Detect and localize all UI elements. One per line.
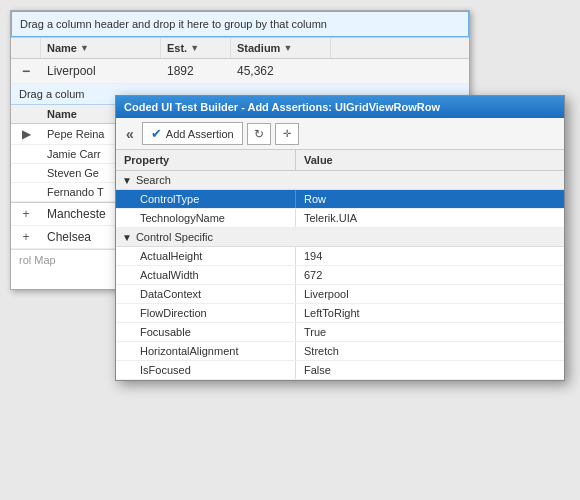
data-context-row[interactable]: DataContext Liverpool <box>116 285 564 304</box>
chelsea-name: Chelsea <box>41 226 97 248</box>
sub-row-toggle-2 <box>11 170 41 176</box>
control-type-name: ControlType <box>116 190 296 208</box>
add-assertion-button[interactable]: ✔ Add Assertion <box>142 122 243 145</box>
actual-width-row[interactable]: ActualWidth 672 <box>116 266 564 285</box>
data-context-name: DataContext <box>116 285 296 303</box>
focusable-value: True <box>296 323 334 341</box>
liverpool-toggle[interactable]: − <box>11 59 41 83</box>
sub-row-toggle-1 <box>11 151 41 157</box>
horizontal-alignment-value: Stretch <box>296 342 347 360</box>
est-col-header[interactable]: Est. ▼ <box>161 38 231 58</box>
chelsea-toggle[interactable]: + <box>11 230 41 244</box>
manchester-toggle[interactable]: + <box>11 207 41 221</box>
liverpool-stadium: 45,362 <box>231 60 331 82</box>
search-section-triangle: ▼ <box>122 175 132 186</box>
search-section-label: Search <box>136 174 171 186</box>
focusable-row[interactable]: Focusable True <box>116 323 564 342</box>
liverpool-est: 1892 <box>161 60 231 82</box>
focusable-name: Focusable <box>116 323 296 341</box>
technology-name-row[interactable]: TechnologyName Telerik.UIA <box>116 209 564 228</box>
liverpool-name: Liverpool <box>41 60 161 82</box>
is-focused-row[interactable]: IsFocused False <box>116 361 564 380</box>
actual-height-value: 194 <box>296 247 330 265</box>
popup-titlebar: Coded UI Test Builder - Add Assertions: … <box>116 96 564 118</box>
search-section-header[interactable]: ▼ Search <box>116 171 564 190</box>
flow-direction-value: LeftToRight <box>296 304 368 322</box>
move-button[interactable]: ✛ <box>275 123 299 145</box>
stadium-col-header[interactable]: Stadium ▼ <box>231 38 331 58</box>
grid-header: Name ▼ Est. ▼ Stadium ▼ <box>11 37 469 59</box>
popup-window: Coded UI Test Builder - Add Assertions: … <box>115 95 565 381</box>
control-type-value: Row <box>296 190 334 208</box>
is-focused-value: False <box>296 361 339 379</box>
manchester-name: Mancheste <box>41 203 112 225</box>
actual-height-row[interactable]: ActualHeight 194 <box>116 247 564 266</box>
expander-col-header <box>11 38 41 58</box>
prop-col-property-header: Property <box>116 150 296 170</box>
sub-expander-header <box>11 105 41 123</box>
technology-name-name: TechnologyName <box>116 209 296 227</box>
sub-row-name-3: Fernando T <box>41 183 110 201</box>
sub-row-name-1: Jamie Carr <box>41 145 107 163</box>
popup-title: Coded UI Test Builder - Add Assertions: … <box>124 101 440 113</box>
horizontal-alignment-name: HorizontalAlignment <box>116 342 296 360</box>
prop-col-value-header: Value <box>296 150 341 170</box>
drag-header: Drag a column header and drop it here to… <box>11 11 469 37</box>
sub-row-name-2: Steven Ge <box>41 164 105 182</box>
name-filter-icon[interactable]: ▼ <box>80 43 89 53</box>
stadium-filter-icon[interactable]: ▼ <box>283 43 292 53</box>
add-assertion-icon: ✔ <box>151 126 162 141</box>
move-icon: ✛ <box>283 128 291 139</box>
refresh-button[interactable]: ↻ <box>247 123 271 145</box>
name-col-header[interactable]: Name ▼ <box>41 38 161 58</box>
liverpool-row[interactable]: − Liverpool 1892 45,362 <box>11 59 469 84</box>
sub-row-toggle-3 <box>11 189 41 195</box>
sub-row-name-0: Pepe Reina <box>41 125 111 143</box>
control-specific-header[interactable]: ▼ Control Specific <box>116 228 564 247</box>
flow-direction-name: FlowDirection <box>116 304 296 322</box>
actual-width-value: 672 <box>296 266 330 284</box>
flow-direction-row[interactable]: FlowDirection LeftToRight <box>116 304 564 323</box>
actual-width-name: ActualWidth <box>116 266 296 284</box>
back-button[interactable]: « <box>122 124 138 144</box>
control-type-row[interactable]: ControlType Row <box>116 190 564 209</box>
horizontal-alignment-row[interactable]: HorizontalAlignment Stretch <box>116 342 564 361</box>
add-assertion-label: Add Assertion <box>166 128 234 140</box>
property-grid: Property Value ▼ Search ControlType Row … <box>116 150 564 380</box>
is-focused-name: IsFocused <box>116 361 296 379</box>
actual-height-name: ActualHeight <box>116 247 296 265</box>
refresh-icon: ↻ <box>254 127 264 141</box>
control-specific-label: Control Specific <box>136 231 213 243</box>
control-specific-triangle: ▼ <box>122 232 132 243</box>
technology-name-value: Telerik.UIA <box>296 209 365 227</box>
prop-grid-header: Property Value <box>116 150 564 171</box>
data-context-value: Liverpool <box>296 285 357 303</box>
sub-row-toggle-0[interactable]: ▶ <box>11 124 41 144</box>
popup-toolbar: « ✔ Add Assertion ↻ ✛ <box>116 118 564 150</box>
est-filter-icon[interactable]: ▼ <box>190 43 199 53</box>
